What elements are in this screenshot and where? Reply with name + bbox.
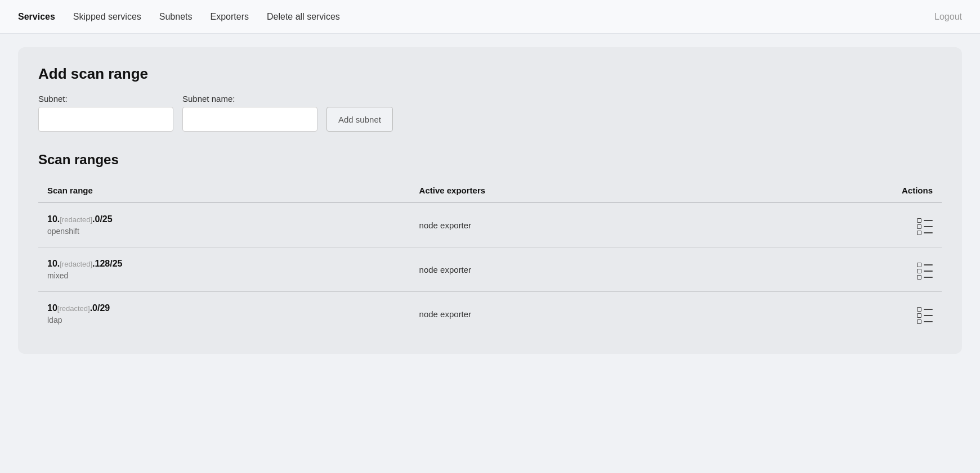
- exporter-cell-0: node exporter: [410, 202, 746, 247]
- nav-item-skipped-services[interactable]: Skipped services: [73, 12, 141, 22]
- nav-item-subnets[interactable]: Subnets: [159, 12, 193, 22]
- table-row: 10[redacted].0/29 ldap node exporter: [38, 292, 942, 336]
- main-content: Add scan range Subnet: Subnet name: Add …: [0, 34, 980, 367]
- actions-cell-1[interactable]: [746, 247, 942, 292]
- scan-range-ip-0: 10.[redacted].0/25: [47, 214, 401, 224]
- exporter-cell-1: node exporter: [410, 247, 746, 292]
- logout-button[interactable]: Logout: [934, 12, 962, 22]
- actions-icon-1[interactable]: [917, 263, 933, 280]
- scan-range-name-0: openshift: [47, 227, 401, 236]
- scan-range-cell-1: 10.[redacted].128/25 mixed: [38, 247, 410, 292]
- table-header-row: Scan range Active exporters Actions: [38, 179, 942, 202]
- subnet-name-form-group: Subnet name:: [182, 94, 317, 132]
- table-row: 10.[redacted].128/25 mixed node exporter: [38, 247, 942, 292]
- scan-range-cell-0: 10.[redacted].0/25 openshift: [38, 202, 410, 247]
- scan-range-name-2: ldap: [47, 316, 401, 325]
- subnet-input[interactable]: [38, 107, 173, 132]
- actions-cell-2[interactable]: [746, 292, 942, 336]
- col-scan-range: Scan range: [38, 179, 410, 202]
- add-subnet-button[interactable]: Add subnet: [326, 107, 393, 132]
- nav-item-exporters[interactable]: Exporters: [211, 12, 249, 22]
- scan-range-ip-2: 10[redacted].0/29: [47, 303, 401, 313]
- scan-range-name-1: mixed: [47, 271, 401, 280]
- add-scan-range-form: Subnet: Subnet name: Add subnet: [38, 94, 942, 132]
- scan-ranges-table: Scan range Active exporters Actions 10.[…: [38, 179, 942, 336]
- navbar: Services Skipped services Subnets Export…: [0, 0, 980, 34]
- scan-range-cell-2: 10[redacted].0/29 ldap: [38, 292, 410, 336]
- scan-range-ip-1: 10.[redacted].128/25: [47, 259, 401, 269]
- exporter-cell-2: node exporter: [410, 292, 746, 336]
- subnet-name-label: Subnet name:: [182, 94, 317, 103]
- subnet-name-input[interactable]: [182, 107, 317, 132]
- table-row: 10.[redacted].0/25 openshift node export…: [38, 202, 942, 247]
- add-scan-range-title: Add scan range: [38, 65, 942, 83]
- col-actions: Actions: [746, 179, 942, 202]
- subnet-form-group: Subnet:: [38, 94, 173, 132]
- subnet-label: Subnet:: [38, 94, 173, 103]
- actions-icon-2[interactable]: [917, 307, 933, 324]
- actions-cell-0[interactable]: [746, 202, 942, 247]
- col-active-exporters: Active exporters: [410, 179, 746, 202]
- nav-item-services[interactable]: Services: [18, 12, 55, 22]
- scan-ranges-title: Scan ranges: [38, 152, 942, 168]
- nav-left: Services Skipped services Subnets Export…: [18, 12, 340, 22]
- nav-item-delete-all-services[interactable]: Delete all services: [267, 12, 340, 22]
- actions-icon-0[interactable]: [917, 218, 933, 235]
- card: Add scan range Subnet: Subnet name: Add …: [18, 47, 962, 354]
